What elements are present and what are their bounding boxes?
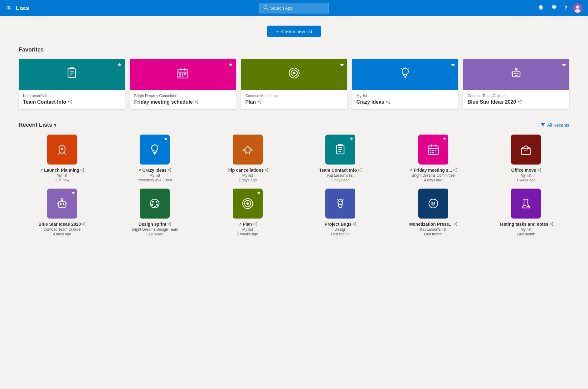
fav-card-name: Blue Star Ideas 2020 bbox=[468, 99, 565, 105]
recent-list-item[interactable]: ★ ↗ ↗Friday meeting s... Bright Dreams C… bbox=[390, 135, 477, 182]
favorites-heading: Favorites bbox=[19, 47, 569, 53]
recent-list-item[interactable]: Office move My list 1 week ago bbox=[483, 135, 570, 182]
recent-list-item[interactable]: ★ ↗ ↗Crazy Ideas My list Yesterday at 4:… bbox=[112, 135, 198, 182]
recent-icon-wrap bbox=[511, 135, 541, 165]
star-icon: ★ bbox=[228, 62, 233, 68]
recent-item-owner: My list bbox=[521, 173, 531, 178]
recent-item-time: 4 days ago bbox=[424, 178, 442, 182]
share-icon bbox=[353, 222, 356, 226]
recent-list-item[interactable]: Trip cancellations My list 2 days ago bbox=[204, 135, 291, 182]
trend-icon: ↗ bbox=[49, 159, 52, 163]
fav-card-name: Team Contact Info bbox=[23, 99, 120, 105]
recent-grid: ↗ ↗Launch Planning My list Just now ★ ↗ … bbox=[19, 135, 569, 236]
all-recents-button[interactable]: All Recents bbox=[541, 123, 569, 128]
svg-line-25 bbox=[408, 68, 409, 69]
help-icon[interactable]: ? bbox=[562, 4, 570, 12]
share-icon-small bbox=[550, 222, 553, 227]
fav-card-header: ★ bbox=[352, 59, 458, 90]
recent-item-name: Blue Star Ideas 2020 bbox=[38, 222, 85, 227]
recent-list-item[interactable]: ★ ↗ ↗Plan My list 2 weeks ago bbox=[204, 189, 291, 236]
recent-item-name: Testing tasks and notes bbox=[499, 222, 553, 227]
star-icon: ★ bbox=[451, 62, 455, 68]
svg-rect-54 bbox=[432, 152, 434, 153]
create-btn-label: Create new list bbox=[281, 29, 312, 34]
create-new-list-button[interactable]: + Create new list bbox=[267, 26, 321, 37]
share-icon bbox=[537, 168, 541, 172]
svg-rect-53 bbox=[430, 152, 431, 153]
recent-lists-title[interactable]: Recent Lists ▾ bbox=[19, 122, 56, 128]
app-header: ⊞ Lists ? bbox=[0, 0, 588, 16]
svg-point-2 bbox=[575, 9, 581, 13]
fav-card-body: Contoso Team Culture Blue Star Ideas 202… bbox=[463, 90, 569, 109]
recent-item-owner: My list bbox=[57, 173, 67, 178]
search-icon bbox=[263, 5, 268, 11]
plus-icon: + bbox=[276, 29, 279, 34]
star-icon: ★ bbox=[443, 136, 446, 141]
recent-item-time: Yesterday at 4:30pm bbox=[138, 178, 172, 182]
share-icon bbox=[258, 100, 261, 105]
recent-item-time: 2 days ago bbox=[238, 178, 257, 182]
header-actions: ? bbox=[536, 3, 583, 13]
trend-icon: ↗ bbox=[142, 159, 144, 163]
app-title: Lists bbox=[16, 5, 29, 12]
recent-list-item[interactable]: Design sprint Bright Dreams Design Team … bbox=[112, 189, 198, 236]
recent-icon-wrap: ★ bbox=[325, 135, 355, 165]
notification-icon[interactable] bbox=[536, 3, 546, 13]
recent-list-item[interactable]: Testing tasks and notes My list Last mon… bbox=[483, 189, 570, 236]
svg-point-85 bbox=[432, 204, 433, 204]
recent-list-item[interactable]: ★ Team Contact Info Kat Larson's list 3 … bbox=[297, 135, 384, 182]
svg-rect-55 bbox=[522, 148, 530, 155]
fav-card-owner: My list bbox=[357, 94, 454, 98]
svg-point-82 bbox=[431, 202, 433, 203]
recent-list-item[interactable]: ↗ ↗Launch Planning My list Just now bbox=[19, 135, 105, 182]
recent-item-name: Office move bbox=[511, 168, 541, 173]
filter-icon bbox=[541, 123, 545, 127]
share-icon-small bbox=[358, 168, 362, 173]
recent-item-owner: My list bbox=[242, 227, 253, 232]
svg-point-75 bbox=[246, 202, 249, 205]
fav-card-owner: Contoso Team Culture bbox=[468, 94, 565, 98]
recent-list-item[interactable]: Monetization Prese... Kat Larson's list … bbox=[390, 189, 477, 236]
recent-list-item[interactable]: Project Bugs Design Last month bbox=[297, 189, 384, 236]
svg-rect-7 bbox=[70, 67, 74, 69]
share-icon-small bbox=[353, 222, 356, 227]
recent-item-owner: Bright Dreams Committee bbox=[412, 173, 455, 178]
recent-item-time: 1 week ago bbox=[517, 178, 536, 182]
recent-item-owner: My list bbox=[521, 227, 531, 232]
trend-label: ↗ bbox=[239, 222, 241, 226]
fav-card-owner: Kat Larson's list bbox=[23, 94, 120, 98]
fav-card-owner: Contoso Marketing bbox=[245, 94, 343, 98]
settings-icon[interactable] bbox=[549, 3, 559, 13]
fav-card-header: ★ bbox=[463, 59, 569, 90]
waffle-icon[interactable]: ⊞ bbox=[5, 3, 12, 13]
recent-item-owner: My list bbox=[149, 173, 160, 178]
recent-icon-wrap: ★ bbox=[47, 189, 77, 219]
trend-label: ↗ bbox=[40, 168, 43, 172]
recent-list-item[interactable]: ★ Blue Star Ideas 2020 Contoso Team Cult… bbox=[19, 189, 105, 236]
favorite-card[interactable]: ★ My list Crazy Ideas bbox=[352, 59, 458, 109]
search-input[interactable] bbox=[270, 6, 325, 11]
recent-item-time: Last month bbox=[517, 232, 535, 236]
avatar[interactable] bbox=[572, 3, 583, 13]
share-icon-small bbox=[265, 168, 268, 173]
svg-point-86 bbox=[434, 204, 434, 204]
favorite-card[interactable]: ★ Contoso Marketing Plan bbox=[241, 59, 347, 109]
share-icon-small bbox=[537, 168, 541, 173]
recent-item-time: 2 weeks ago bbox=[237, 232, 258, 236]
recent-icon-wrap bbox=[140, 189, 170, 219]
search-bar[interactable] bbox=[259, 3, 329, 13]
favorite-card[interactable]: ★ Bright Dreams Committee Friday meeting… bbox=[130, 59, 236, 109]
share-icon bbox=[386, 100, 390, 105]
recent-item-name: Team Contact Info bbox=[319, 168, 362, 173]
favorite-card[interactable]: ★ Kat Larson's list Team Contact Info bbox=[19, 59, 125, 109]
svg-rect-27 bbox=[514, 73, 516, 74]
recent-icon-wrap: ★ ↗ bbox=[418, 135, 448, 165]
svg-rect-52 bbox=[435, 150, 436, 151]
favorite-card[interactable]: ★ Contoso Team Culture Blue Star Ideas 2… bbox=[463, 59, 569, 109]
fav-card-body: Contoso Marketing Plan bbox=[241, 90, 347, 109]
svg-point-35 bbox=[152, 145, 158, 151]
trend-label: ↗ bbox=[138, 168, 141, 172]
recent-item-name: ↗Crazy Ideas bbox=[138, 168, 171, 173]
recent-icon-wrap bbox=[418, 189, 448, 219]
share-icon-small bbox=[82, 222, 85, 227]
